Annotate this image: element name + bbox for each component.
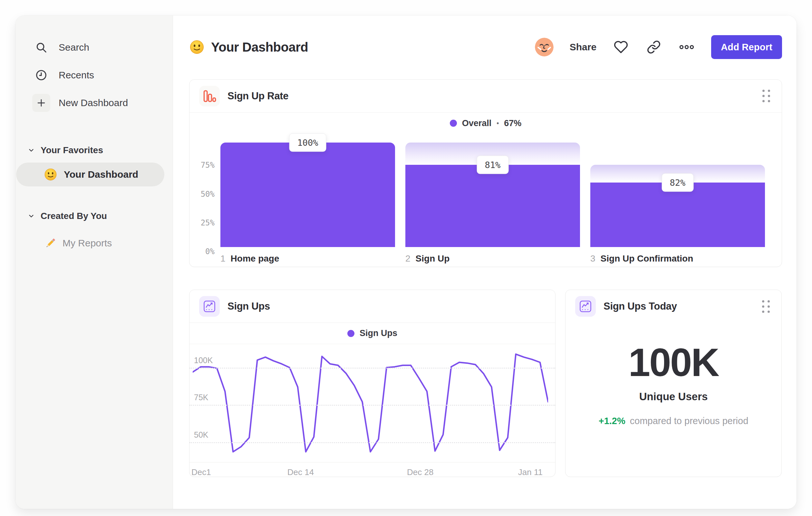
section-title: Created By You <box>40 211 107 221</box>
avatar[interactable] <box>535 38 554 56</box>
funnel-bar[interactable] <box>405 165 580 247</box>
funnel-conversion-badge: 82% <box>662 173 694 192</box>
sign-ups-today-card: Sign Ups Today 100K Unique Users +1.2% c… <box>565 290 782 477</box>
app-window: Search Recents New Dashboard Your Favori… <box>16 16 796 509</box>
card-title: Sign Up Rate <box>228 90 753 102</box>
sidebar-item-my-reports[interactable]: My Reports <box>16 234 173 253</box>
sidebar-item-recents[interactable]: Recents <box>16 61 173 89</box>
funnel-bar[interactable] <box>221 142 395 247</box>
funnel-card-header: Sign Up Rate <box>190 80 782 113</box>
sidebar-item-label: Recents <box>59 70 94 81</box>
funnel-chart: 75%50%25%0% 100%1Home page81%2Sign Up82%… <box>190 134 782 264</box>
add-report-button[interactable]: Add Report <box>711 35 782 59</box>
line-y-tick: 50K <box>194 430 208 442</box>
funnel-bars: 100%1Home page81%2Sign Up82%3Sign Up Con… <box>221 136 765 264</box>
sidebar-item-label: My Reports <box>62 238 112 249</box>
funnel-step-label: 1Home page <box>221 253 395 264</box>
cards-row: Sign Ups Sign Ups 100K75K50K Dec1Dec 14D… <box>189 290 782 477</box>
line-y-tick: 100K <box>194 356 213 368</box>
chevron-down-icon <box>28 147 35 154</box>
clock-icon <box>32 66 50 84</box>
favorite-heart-icon[interactable] <box>613 39 629 55</box>
plus-icon <box>32 94 50 112</box>
stat-value: 100K <box>628 343 719 382</box>
funnel-y-axis: 75%50%25%0% <box>198 136 221 264</box>
funnel-step-label: 3Sign Up Confirmation <box>590 253 765 264</box>
stat-delta-note: compared to previous period <box>630 416 749 426</box>
page-title: Your Dashboard <box>189 39 308 55</box>
line-legend[interactable]: Sign Ups <box>190 323 555 344</box>
gridline <box>190 405 555 406</box>
sidebar-item-label: Your Dashboard <box>64 169 138 180</box>
line-x-tick: Dec1 <box>192 467 211 477</box>
drag-handle-icon[interactable] <box>760 298 772 315</box>
funnel-step-column: 100%1Home page <box>221 136 395 264</box>
line-x-tick: Dec 14 <box>287 467 314 477</box>
funnel-chart-icon <box>199 86 220 106</box>
sidebar: Search Recents New Dashboard Your Favori… <box>16 16 173 509</box>
line-card-header: Sign Ups <box>190 290 555 323</box>
dashboard-header: Your Dashboard Share <box>189 32 782 62</box>
funnel-legend[interactable]: Overall • 67% <box>190 113 782 134</box>
section-title: Your Favorites <box>40 145 103 156</box>
sign-ups-card: Sign Ups Sign Ups 100K75K50K Dec1Dec 14D… <box>189 290 555 477</box>
funnel-y-tick: 50% <box>201 190 214 199</box>
funnel-conversion-badge: 81% <box>477 156 509 174</box>
gridline <box>190 442 555 443</box>
legend-separator: • <box>497 120 499 127</box>
smiley-emoji <box>44 168 57 181</box>
section-your-favorites[interactable]: Your Favorites <box>16 141 173 159</box>
line-chart-x-axis: Dec1Dec 14Dec 28Jan 11 <box>190 462 555 477</box>
sidebar-item-search[interactable]: Search <box>16 33 173 61</box>
funnel-step-column: 82%3Sign Up Confirmation <box>590 136 765 264</box>
stat-delta-row: +1.2% compared to previous period <box>599 416 749 426</box>
sidebar-item-new-dashboard[interactable]: New Dashboard <box>16 89 173 117</box>
header-actions: Share Add Report <box>535 35 782 59</box>
legend-dot <box>450 120 457 127</box>
card-title: Sign Ups <box>228 301 546 312</box>
funnel-step-column: 81%2Sign Up <box>405 136 580 264</box>
stat-body: 100K Unique Users +1.2% compared to prev… <box>566 323 781 477</box>
funnel-y-tick: 75% <box>201 161 214 170</box>
line-x-tick: Jan 11 <box>518 467 543 477</box>
stat-card-header: Sign Ups Today <box>566 290 781 323</box>
funnel-y-tick: 25% <box>201 218 214 227</box>
line-chart-icon <box>575 296 596 317</box>
line-chart-icon <box>199 296 220 317</box>
card-title: Sign Ups Today <box>604 301 752 312</box>
line-y-tick: 75K <box>194 393 208 405</box>
search-icon <box>32 38 50 56</box>
stat-metric: Unique Users <box>639 390 708 403</box>
chevron-down-icon <box>28 213 35 220</box>
sign-ups-line <box>193 347 548 461</box>
sidebar-item-label: New Dashboard <box>59 98 128 108</box>
gridline <box>190 368 555 369</box>
sidebar-item-label: Search <box>59 42 89 53</box>
funnel-step-label: 2Sign Up <box>405 253 580 264</box>
section-created-by-you[interactable]: Created By You <box>16 207 173 225</box>
share-button[interactable]: Share <box>570 42 597 53</box>
funnel-bar[interactable] <box>590 183 765 247</box>
copy-link-icon[interactable] <box>645 39 662 55</box>
funnel-conversion-badge: 100% <box>289 133 326 152</box>
legend-label: Sign Ups <box>359 328 397 338</box>
legend-label: Overall <box>462 118 492 128</box>
legend-dot <box>347 330 354 337</box>
stat-delta: +1.2% <box>599 416 626 426</box>
line-chart-plot: 100K75K50K <box>190 347 555 461</box>
main-content: Your Dashboard Share <box>173 16 796 509</box>
funnel-y-tick: 0% <box>205 247 214 256</box>
legend-value: 67% <box>504 118 521 128</box>
more-options-icon[interactable] <box>678 39 695 55</box>
drag-handle-icon[interactable] <box>760 88 772 104</box>
smiley-emoji <box>189 39 205 55</box>
sign-up-rate-card: Sign Up Rate Overall • 67% 75%50%25%0% 1… <box>189 79 782 267</box>
pencil-emoji <box>44 237 57 250</box>
sidebar-item-your-dashboard[interactable]: Your Dashboard <box>16 163 164 186</box>
line-x-tick: Dec 28 <box>407 467 433 477</box>
